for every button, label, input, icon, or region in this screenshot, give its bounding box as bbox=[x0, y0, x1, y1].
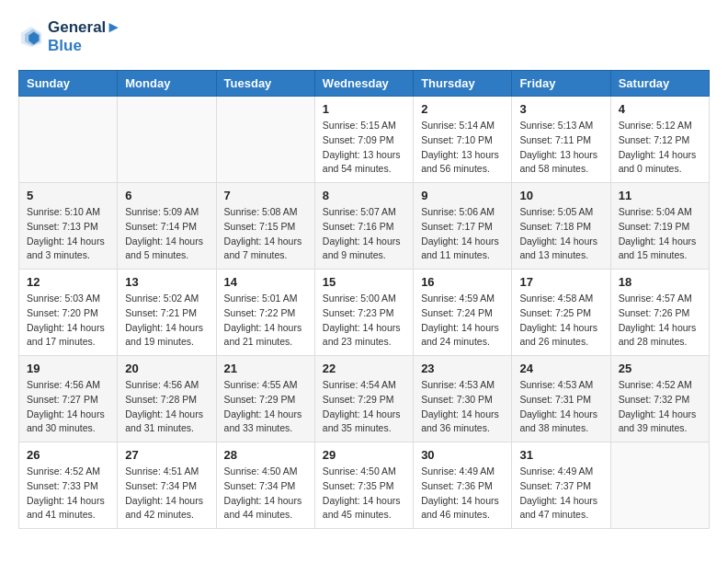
day-number: 28 bbox=[224, 448, 307, 462]
day-info: Sunrise: 5:04 AM Sunset: 7:19 PM Dayligh… bbox=[619, 205, 701, 263]
calendar-cell: 21Sunrise: 4:55 AM Sunset: 7:29 PM Dayli… bbox=[216, 356, 314, 442]
day-info: Sunrise: 4:58 AM Sunset: 7:25 PM Dayligh… bbox=[519, 292, 602, 350]
col-header-thursday: Thursday bbox=[414, 71, 512, 97]
day-info: Sunrise: 5:02 AM Sunset: 7:21 PM Dayligh… bbox=[125, 292, 208, 350]
calendar-cell: 24Sunrise: 4:53 AM Sunset: 7:31 PM Dayli… bbox=[512, 356, 610, 442]
calendar-cell: 23Sunrise: 4:53 AM Sunset: 7:30 PM Dayli… bbox=[414, 356, 512, 442]
calendar-cell: 13Sunrise: 5:02 AM Sunset: 7:21 PM Dayli… bbox=[118, 270, 216, 356]
calendar-cell: 16Sunrise: 4:59 AM Sunset: 7:24 PM Dayli… bbox=[414, 270, 512, 356]
day-number: 11 bbox=[619, 189, 701, 202]
calendar-cell: 12Sunrise: 5:03 AM Sunset: 7:20 PM Dayli… bbox=[19, 270, 118, 356]
day-number: 16 bbox=[421, 275, 504, 289]
day-info: Sunrise: 5:09 AM Sunset: 7:14 PM Dayligh… bbox=[125, 205, 208, 263]
day-number: 12 bbox=[27, 275, 109, 289]
day-info: Sunrise: 4:55 AM Sunset: 7:29 PM Dayligh… bbox=[224, 378, 307, 436]
day-info: Sunrise: 5:15 AM Sunset: 7:09 PM Dayligh… bbox=[323, 119, 405, 177]
calendar-cell: 18Sunrise: 4:57 AM Sunset: 7:26 PM Dayli… bbox=[610, 270, 709, 356]
col-header-saturday: Saturday bbox=[610, 71, 709, 97]
day-info: Sunrise: 5:05 AM Sunset: 7:18 PM Dayligh… bbox=[519, 205, 602, 263]
day-number: 18 bbox=[619, 275, 701, 289]
day-number: 29 bbox=[323, 448, 405, 462]
day-info: Sunrise: 5:06 AM Sunset: 7:17 PM Dayligh… bbox=[421, 205, 504, 263]
calendar-cell bbox=[118, 97, 216, 183]
day-info: Sunrise: 4:50 AM Sunset: 7:35 PM Dayligh… bbox=[323, 465, 405, 523]
day-number: 8 bbox=[323, 189, 405, 202]
calendar-week-4: 19Sunrise: 4:56 AM Sunset: 7:27 PM Dayli… bbox=[19, 356, 710, 442]
day-number: 21 bbox=[224, 362, 307, 375]
day-number: 7 bbox=[224, 189, 307, 202]
calendar-cell: 22Sunrise: 4:54 AM Sunset: 7:29 PM Dayli… bbox=[314, 356, 413, 442]
day-number: 15 bbox=[323, 275, 405, 289]
day-number: 22 bbox=[323, 362, 405, 375]
calendar-cell: 4Sunrise: 5:12 AM Sunset: 7:12 PM Daylig… bbox=[610, 97, 709, 183]
calendar-cell: 6Sunrise: 5:09 AM Sunset: 7:14 PM Daylig… bbox=[118, 183, 216, 270]
calendar-table: SundayMondayTuesdayWednesdayThursdayFrid… bbox=[18, 70, 710, 529]
calendar-header: SundayMondayTuesdayWednesdayThursdayFrid… bbox=[19, 71, 710, 97]
day-number: 6 bbox=[125, 189, 208, 202]
calendar-week-3: 12Sunrise: 5:03 AM Sunset: 7:20 PM Dayli… bbox=[19, 270, 710, 356]
day-info: Sunrise: 4:57 AM Sunset: 7:26 PM Dayligh… bbox=[619, 292, 701, 350]
day-number: 9 bbox=[421, 189, 504, 202]
day-info: Sunrise: 4:52 AM Sunset: 7:32 PM Dayligh… bbox=[619, 378, 701, 436]
day-number: 14 bbox=[224, 275, 307, 289]
col-header-monday: Monday bbox=[118, 71, 216, 97]
calendar-cell: 19Sunrise: 4:56 AM Sunset: 7:27 PM Dayli… bbox=[19, 356, 118, 442]
calendar-cell: 30Sunrise: 4:49 AM Sunset: 7:36 PM Dayli… bbox=[414, 442, 512, 529]
day-info: Sunrise: 4:53 AM Sunset: 7:31 PM Dayligh… bbox=[519, 378, 602, 436]
logo-icon bbox=[18, 24, 44, 50]
day-info: Sunrise: 5:14 AM Sunset: 7:10 PM Dayligh… bbox=[421, 119, 504, 177]
day-number: 31 bbox=[519, 448, 602, 462]
calendar-cell: 2Sunrise: 5:14 AM Sunset: 7:10 PM Daylig… bbox=[414, 97, 512, 183]
calendar-cell bbox=[19, 97, 118, 183]
day-info: Sunrise: 4:54 AM Sunset: 7:29 PM Dayligh… bbox=[323, 378, 405, 436]
calendar-cell: 31Sunrise: 4:49 AM Sunset: 7:37 PM Dayli… bbox=[512, 442, 610, 529]
day-info: Sunrise: 4:50 AM Sunset: 7:34 PM Dayligh… bbox=[224, 465, 307, 523]
col-header-tuesday: Tuesday bbox=[216, 71, 314, 97]
calendar-cell: 1Sunrise: 5:15 AM Sunset: 7:09 PM Daylig… bbox=[314, 97, 413, 183]
day-info: Sunrise: 4:56 AM Sunset: 7:28 PM Dayligh… bbox=[125, 378, 208, 436]
day-info: Sunrise: 4:52 AM Sunset: 7:33 PM Dayligh… bbox=[27, 465, 109, 523]
day-info: Sunrise: 5:00 AM Sunset: 7:23 PM Dayligh… bbox=[323, 292, 405, 350]
logo: General► Blue bbox=[18, 18, 121, 55]
day-info: Sunrise: 5:10 AM Sunset: 7:13 PM Dayligh… bbox=[27, 205, 109, 263]
col-header-sunday: Sunday bbox=[19, 71, 118, 97]
calendar-week-1: 1Sunrise: 5:15 AM Sunset: 7:09 PM Daylig… bbox=[19, 97, 710, 183]
calendar-cell: 14Sunrise: 5:01 AM Sunset: 7:22 PM Dayli… bbox=[216, 270, 314, 356]
calendar-cell: 28Sunrise: 4:50 AM Sunset: 7:34 PM Dayli… bbox=[216, 442, 314, 529]
day-info: Sunrise: 5:03 AM Sunset: 7:20 PM Dayligh… bbox=[27, 292, 109, 350]
day-info: Sunrise: 4:49 AM Sunset: 7:36 PM Dayligh… bbox=[421, 465, 504, 523]
day-info: Sunrise: 5:12 AM Sunset: 7:12 PM Dayligh… bbox=[619, 119, 701, 177]
day-info: Sunrise: 4:59 AM Sunset: 7:24 PM Dayligh… bbox=[421, 292, 504, 350]
day-number: 1 bbox=[323, 102, 405, 116]
day-number: 3 bbox=[519, 102, 602, 116]
calendar-cell: 26Sunrise: 4:52 AM Sunset: 7:33 PM Dayli… bbox=[19, 442, 118, 529]
day-number: 26 bbox=[27, 448, 109, 462]
day-info: Sunrise: 4:49 AM Sunset: 7:37 PM Dayligh… bbox=[519, 465, 602, 523]
calendar-cell: 15Sunrise: 5:00 AM Sunset: 7:23 PM Dayli… bbox=[314, 270, 413, 356]
day-number: 23 bbox=[421, 362, 504, 375]
day-number: 13 bbox=[125, 275, 208, 289]
page-header: General► Blue bbox=[18, 18, 710, 55]
logo-text: General► Blue bbox=[48, 18, 121, 55]
calendar-week-5: 26Sunrise: 4:52 AM Sunset: 7:33 PM Dayli… bbox=[19, 442, 710, 529]
col-header-wednesday: Wednesday bbox=[314, 71, 413, 97]
day-info: Sunrise: 5:01 AM Sunset: 7:22 PM Dayligh… bbox=[224, 292, 307, 350]
day-number: 24 bbox=[519, 362, 602, 375]
day-number: 20 bbox=[125, 362, 208, 375]
day-info: Sunrise: 5:13 AM Sunset: 7:11 PM Dayligh… bbox=[519, 119, 602, 177]
day-number: 27 bbox=[125, 448, 208, 462]
calendar-cell: 11Sunrise: 5:04 AM Sunset: 7:19 PM Dayli… bbox=[610, 183, 709, 270]
day-number: 4 bbox=[619, 102, 701, 116]
calendar-cell: 27Sunrise: 4:51 AM Sunset: 7:34 PM Dayli… bbox=[118, 442, 216, 529]
day-number: 25 bbox=[619, 362, 701, 375]
day-number: 30 bbox=[421, 448, 504, 462]
day-info: Sunrise: 4:56 AM Sunset: 7:27 PM Dayligh… bbox=[27, 378, 109, 436]
calendar-cell: 5Sunrise: 5:10 AM Sunset: 7:13 PM Daylig… bbox=[19, 183, 118, 270]
calendar-week-2: 5Sunrise: 5:10 AM Sunset: 7:13 PM Daylig… bbox=[19, 183, 710, 270]
calendar-cell: 25Sunrise: 4:52 AM Sunset: 7:32 PM Dayli… bbox=[610, 356, 709, 442]
calendar-cell bbox=[216, 97, 314, 183]
col-header-friday: Friday bbox=[512, 71, 610, 97]
day-info: Sunrise: 5:07 AM Sunset: 7:16 PM Dayligh… bbox=[323, 205, 405, 263]
calendar-cell: 8Sunrise: 5:07 AM Sunset: 7:16 PM Daylig… bbox=[314, 183, 413, 270]
calendar-cell: 10Sunrise: 5:05 AM Sunset: 7:18 PM Dayli… bbox=[512, 183, 610, 270]
